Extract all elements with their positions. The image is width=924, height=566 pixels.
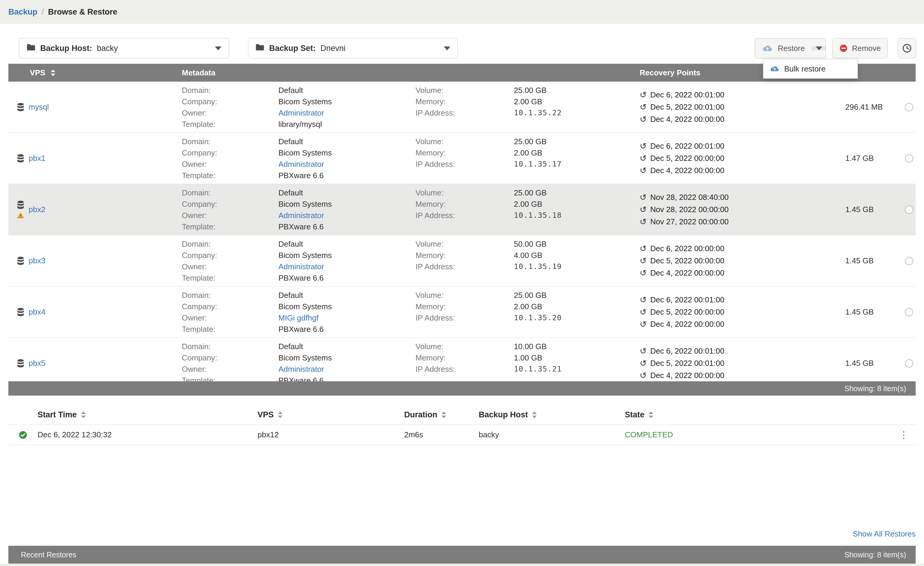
toolbar: Backup Host: backy Backup Set: Dnevni Re… [19, 38, 916, 58]
column-header-state[interactable]: State [625, 410, 892, 419]
restore-dropdown-toggle[interactable] [812, 46, 826, 50]
owner-link[interactable]: Administrator [278, 107, 416, 118]
spec-values: 50.00 GB 4.00 GB 10.1.35.19 [514, 235, 640, 286]
memory-value: 2.00 GB [514, 198, 640, 210]
recovery-point[interactable]: ↺Dec 4, 2022 00:00:00 [640, 369, 837, 381]
recovery-points-cell: ↺Dec 6, 2022 00:01:00↺Dec 5, 2022 00:01:… [640, 338, 837, 381]
recovery-point[interactable]: ↺Nov 27, 2022 00:00:00 [640, 216, 837, 228]
backup-set-dropdown[interactable]: Backup Set: Dnevni [248, 38, 458, 58]
select-vps-radio[interactable] [905, 359, 913, 368]
metadata-labels: Domain: Company: Owner: Template: [182, 235, 278, 286]
volume-label: Volume: [416, 341, 514, 352]
select-vps-radio[interactable] [905, 308, 913, 316]
recovery-point-date: Nov 28, 2022 08:40:00 [650, 193, 729, 202]
domain-label: Domain: [182, 238, 278, 250]
recovery-point[interactable]: ↺Dec 6, 2022 00:01:00 [640, 140, 837, 152]
ip-address-label: IP Address: [416, 364, 514, 375]
recovery-point[interactable]: ↺Dec 5, 2022 00:01:00 [640, 101, 837, 113]
bulk-restore-menu-item[interactable]: Bulk restore [764, 59, 858, 78]
chevron-down-icon [444, 46, 450, 50]
select-vps-radio[interactable] [905, 257, 913, 265]
recovery-point[interactable]: ↺Dec 6, 2022 00:01:00 [640, 89, 837, 101]
recovery-point-date: Dec 4, 2022 00:00:00 [650, 320, 724, 329]
database-icon [17, 308, 24, 317]
vps-name-link[interactable]: pbx1 [28, 154, 45, 163]
sort-icon[interactable] [81, 412, 86, 418]
vps-name-link[interactable]: pbx2 [28, 205, 45, 214]
owner-label: Owner: [182, 159, 278, 170]
volume-value: 25.00 GB [514, 187, 640, 198]
sort-icon[interactable] [51, 69, 56, 76]
owner-label: Owner: [182, 312, 278, 323]
metadata-values: Default Bicom Systems Administrator libr… [278, 82, 416, 133]
metadata-labels: Domain: Company: Owner: Template: [182, 287, 278, 337]
sort-icon[interactable] [649, 412, 653, 418]
column-header-backup-host[interactable]: Backup Host [479, 410, 625, 419]
schedule-button[interactable] [898, 38, 916, 58]
restore-button[interactable]: Restore [755, 44, 812, 53]
select-vps-radio[interactable] [905, 154, 913, 163]
recovery-point-date: Dec 5, 2022 00:00:00 [650, 154, 724, 163]
history-restore-icon: ↺ [640, 308, 646, 316]
history-restore-icon: ↺ [640, 205, 646, 214]
recovery-point[interactable]: ↺Nov 28, 2022 00:00:00 [640, 204, 837, 216]
recovery-point-date: Dec 5, 2022 00:00:00 [650, 256, 724, 265]
show-all-restores-link[interactable]: Show All Restores [853, 529, 916, 539]
recovery-point[interactable]: ↺Dec 5, 2022 00:01:00 [640, 357, 837, 369]
recovery-point[interactable]: ↺Dec 6, 2022 00:01:00 [640, 345, 837, 357]
memory-value: 4.00 GB [514, 250, 640, 261]
recovery-point[interactable]: ↺Dec 5, 2022 00:00:00 [640, 255, 837, 267]
sort-icon[interactable] [532, 412, 537, 418]
select-vps-radio[interactable] [905, 205, 913, 214]
recovery-point[interactable]: ↺Dec 5, 2022 00:00:00 [640, 152, 837, 165]
showing-count: Showing: 8 item(s) [844, 551, 906, 559]
recovery-point[interactable]: ↺Dec 4, 2022 00:00:00 [640, 267, 837, 279]
vps-name-link[interactable]: pbx3 [28, 256, 45, 265]
select-vps-radio[interactable] [905, 103, 913, 111]
column-header-vps[interactable]: VPS [258, 410, 404, 419]
owner-link[interactable]: MIGi gdfhgf [278, 312, 416, 323]
column-header-vps[interactable]: VPS [8, 68, 182, 78]
backup-size: 1.45 GB [845, 359, 874, 368]
vps-name-link[interactable]: pbx5 [28, 359, 45, 368]
template-value: PBXware 6.6 [278, 375, 416, 381]
recovery-point[interactable]: ↺Nov 28, 2022 08:40:00 [640, 191, 837, 204]
recovery-point[interactable]: ↺Dec 4, 2022 00:00:00 [640, 113, 837, 126]
owner-link[interactable]: Administrator [278, 210, 416, 221]
vps-table-row: mysql Domain: Company: Owner: Template: … [8, 82, 916, 133]
recovery-point-date: Dec 5, 2022 00:01:00 [650, 102, 724, 112]
owner-link[interactable]: Administrator [278, 159, 416, 170]
remove-button[interactable]: Remove [832, 38, 888, 58]
company-value: Bicom Systems [278, 301, 416, 312]
ip-address-value: 10.1.35.18 [514, 210, 640, 221]
restore-duration: 2m6s [404, 430, 479, 439]
recovery-point[interactable]: ↺Dec 4, 2022 00:00:00 [640, 165, 837, 177]
domain-label: Domain: [182, 136, 278, 147]
breadcrumb-backup-link[interactable]: Backup [8, 7, 38, 17]
recovery-point[interactable]: ↺Dec 6, 2022 00:00:00 [640, 243, 837, 255]
owner-link[interactable]: Administrator [278, 261, 416, 272]
backup-host-dropdown[interactable]: Backup Host: backy [19, 38, 229, 58]
sort-icon[interactable] [441, 412, 446, 418]
spec-labels: Volume: Memory: IP Address: [416, 184, 514, 235]
vps-name-link[interactable]: mysql [28, 102, 49, 112]
history-restore-icon: ↺ [640, 371, 646, 380]
vps-cell: pbx1 [8, 133, 182, 184]
sort-icon[interactable] [278, 412, 283, 418]
vps-name-link[interactable]: pbx4 [28, 307, 45, 317]
memory-value: 2.00 GB [514, 301, 640, 312]
restore-state-badge: COMPLETED [625, 430, 892, 439]
ip-address-label: IP Address: [416, 210, 514, 221]
database-icon [17, 359, 24, 368]
spec-values: 10.00 GB 1.00 GB 10.1.35.21 [514, 338, 640, 381]
ip-address-label: IP Address: [416, 261, 514, 272]
column-header-start-time[interactable]: Start Time [38, 410, 258, 419]
owner-link[interactable]: Administrator [278, 364, 416, 375]
owner-label: Owner: [182, 210, 278, 221]
recovery-point[interactable]: ↺Dec 4, 2022 00:00:00 [640, 318, 837, 330]
row-actions-kebab-icon[interactable]: ⋮ [892, 430, 916, 440]
recovery-point[interactable]: ↺Dec 5, 2022 00:00:00 [640, 306, 837, 318]
spec-labels: Volume: Memory: IP Address: [416, 235, 514, 286]
column-header-duration[interactable]: Duration [404, 410, 479, 419]
recovery-point[interactable]: ↺Dec 6, 2022 00:01:00 [640, 294, 837, 306]
